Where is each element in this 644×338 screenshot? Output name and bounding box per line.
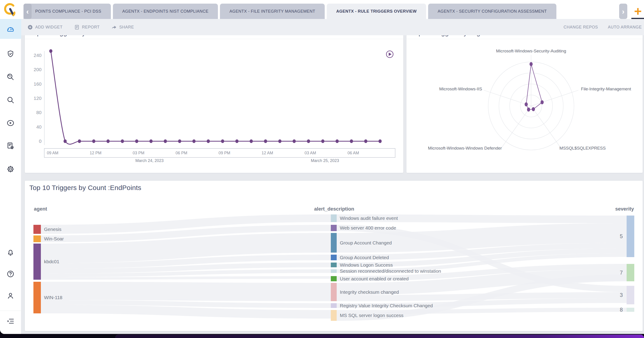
sankey-severity-label: 3 xyxy=(620,292,623,298)
sidebar-item-search[interactable] xyxy=(0,90,21,110)
sankey-alert-label: Group Account Changed xyxy=(340,240,392,245)
radar-spoke xyxy=(502,106,531,147)
tabs-scroll-left-button[interactable]: ‹ xyxy=(24,4,32,19)
sankey-alert-node[interactable] xyxy=(331,276,337,281)
dashboard-tab-4-active[interactable]: AGENTX - RULE TRIGGERS OVERVIEW xyxy=(327,4,426,19)
tab-label: POINTS COMPLIANCE - PCI DSS xyxy=(35,9,102,14)
data-point xyxy=(192,139,196,143)
radar-point xyxy=(527,108,530,112)
dashboard-tab-1[interactable]: POINTS COMPLIANCE - PCI DSS xyxy=(24,4,111,19)
widget-header-divider xyxy=(25,39,403,39)
sankey-alert-node[interactable] xyxy=(331,262,337,267)
sidebar-item-dashboard[interactable] xyxy=(0,19,21,39)
trend-chart-widget: Top 10 Triggers by Count over Time :EndP… xyxy=(25,27,403,173)
sankey-alert-label: User account enabled or created xyxy=(340,276,409,281)
sankey-agent-label: Win-Soar xyxy=(44,236,64,241)
sankey-alert-node[interactable] xyxy=(331,225,337,231)
data-point xyxy=(150,139,153,143)
radar-polygon xyxy=(526,64,542,110)
y-tick-label: 40 xyxy=(36,124,42,129)
data-point xyxy=(278,139,281,143)
dashboard-tab-2[interactable]: AGENTX - ENDPOINTS NIST COMPLIANCE xyxy=(113,4,218,19)
sankey-agent-label: kbdc01 xyxy=(44,259,60,264)
data-point xyxy=(64,139,66,143)
notifications-icon xyxy=(6,248,15,256)
auto-arrange-button[interactable]: AUTO ARRANGE xyxy=(608,25,642,30)
plus-icon: + xyxy=(634,4,642,19)
search-icon xyxy=(6,96,15,104)
radar-spoke xyxy=(531,90,578,106)
add-widget-button[interactable]: ADD WIDGET xyxy=(28,25,62,30)
app-logo-icon[interactable] xyxy=(3,2,16,17)
sankey-column-header: alert_description xyxy=(314,206,354,212)
sankey-alert-node[interactable] xyxy=(331,310,337,321)
radar-chart-widget: Top 10 Triggers by Log Source :EndPoints… xyxy=(406,27,643,173)
left-nav-sidebar xyxy=(0,19,21,334)
sankey-alert-node[interactable] xyxy=(331,283,337,301)
sankey-alert-node[interactable] xyxy=(331,269,337,273)
data-point xyxy=(78,139,81,143)
sankey-severity-node[interactable] xyxy=(626,264,634,281)
data-point xyxy=(206,139,210,143)
sidebar-item-reports[interactable] xyxy=(0,136,21,156)
sankey-severity-node[interactable] xyxy=(626,216,634,257)
sankey-alert-label: Windows Logon Success xyxy=(340,262,393,267)
sidebar-item-user[interactable] xyxy=(0,287,21,304)
x-hour-label: 03 AM xyxy=(304,151,316,155)
sidebar-item-collapse-menu[interactable] xyxy=(0,312,21,330)
change-repos-label: CHANGE REPOS xyxy=(564,25,598,30)
sankey-severity-node[interactable] xyxy=(626,286,634,304)
add-dashboard-tab-button[interactable]: + xyxy=(632,4,644,18)
tab-label: AGENTX - FILE INTEGRITY MANAGEMENT xyxy=(230,9,315,14)
sankey-alert-label: Session reconnected/disconnected to wins… xyxy=(340,268,441,274)
data-point xyxy=(121,139,124,143)
radar-spoke xyxy=(484,90,531,106)
data-point xyxy=(164,139,167,143)
change-repos-button[interactable]: CHANGE REPOS xyxy=(564,25,598,30)
sidebar-item-settings[interactable] xyxy=(0,159,21,179)
sankey-alert-node[interactable] xyxy=(331,303,337,308)
share-button[interactable]: SHARE xyxy=(111,25,134,30)
sankey-agent-node[interactable] xyxy=(34,244,41,280)
report-document-icon xyxy=(74,25,80,30)
sankey-alert-label: MS SQL server logon success xyxy=(340,313,404,318)
sidebar-item-shield-check[interactable] xyxy=(0,44,21,64)
radar-point xyxy=(540,100,544,104)
dashboard-tab-3[interactable]: AGENTX - FILE INTEGRITY MANAGEMENT xyxy=(220,4,325,19)
tabs-scroll-right-button[interactable]: › xyxy=(619,4,627,19)
sankey-chart: agentalert_descriptionseverityGenesisWin… xyxy=(25,181,643,331)
y-tick-label: 200 xyxy=(34,67,42,72)
dashboard-tab-5[interactable]: AGENTX - SECURITY CONFIGURATION ASSESSME… xyxy=(428,4,556,19)
sidebar-item-investigate[interactable] xyxy=(0,67,21,87)
sankey-alert-node[interactable] xyxy=(331,255,337,260)
sankey-alert-node[interactable] xyxy=(331,233,337,253)
sidebar-item-notifications[interactable] xyxy=(0,243,21,261)
play-circle-icon xyxy=(6,119,15,127)
radar-point xyxy=(524,102,528,106)
user-icon xyxy=(6,291,15,300)
sidebar-item-play-circle[interactable] xyxy=(0,113,21,133)
radar-chart: Microsoft-Windows-Security-AuditingFile-… xyxy=(406,27,643,173)
sankey-agent-node[interactable] xyxy=(34,235,41,242)
background-window-strip xyxy=(0,334,644,338)
dashboard-toolbar: ADD WIDGET REPORT SHARE CHANGE REPOS AUT… xyxy=(21,19,644,35)
sankey-agent-node[interactable] xyxy=(34,225,41,234)
sankey-alert-label: Registry Value Integrity Checksum Change… xyxy=(340,303,433,308)
sankey-severity-label: 5 xyxy=(620,233,623,239)
x-hour-label: 03 PM xyxy=(132,151,144,155)
reports-icon xyxy=(6,142,15,150)
sidebar-item-help[interactable] xyxy=(0,265,21,283)
radar-point xyxy=(530,62,533,66)
sankey-severity-node[interactable] xyxy=(626,308,634,312)
sankey-alert-label: Group Account Deleted xyxy=(340,255,389,260)
report-button[interactable]: REPORT xyxy=(74,25,100,30)
data-point xyxy=(350,139,353,143)
x-hour-label: 06 AM xyxy=(348,151,359,155)
sankey-column-header: agent xyxy=(34,206,47,212)
tab-label: AGENTX - ENDPOINTS NIST COMPLIANCE xyxy=(122,9,209,14)
sankey-flow xyxy=(41,282,331,301)
sankey-alert-node[interactable] xyxy=(331,214,337,222)
report-label: REPORT xyxy=(82,25,100,30)
sankey-agent-node[interactable] xyxy=(34,282,41,313)
x-hour-label: 09 AM xyxy=(47,151,58,155)
